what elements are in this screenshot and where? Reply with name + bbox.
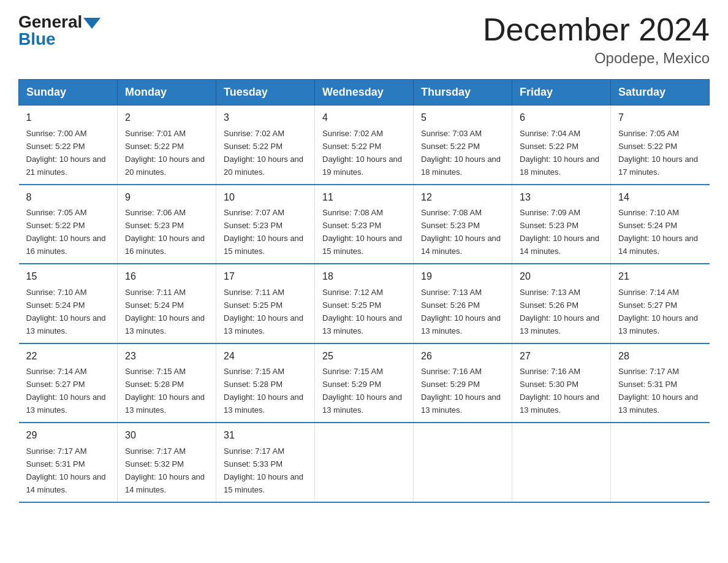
day-number: 1 — [26, 110, 110, 126]
calendar-table: SundayMondayTuesdayWednesdayThursdayFrid… — [18, 79, 710, 502]
day-info: Sunrise: 7:17 AMSunset: 5:33 PMDaylight:… — [224, 446, 303, 494]
day-number: 27 — [520, 349, 603, 364]
header-wednesday: Wednesday — [315, 80, 414, 105]
day-number: 7 — [618, 110, 702, 126]
calendar-cell: 12 Sunrise: 7:08 AMSunset: 5:23 PMDaylig… — [414, 185, 512, 264]
calendar-cell: 13 Sunrise: 7:09 AMSunset: 5:23 PMDaylig… — [512, 185, 611, 264]
day-info: Sunrise: 7:09 AMSunset: 5:23 PMDaylight:… — [520, 208, 599, 256]
day-info: Sunrise: 7:00 AMSunset: 5:22 PMDaylight:… — [26, 129, 106, 177]
day-number: 22 — [26, 349, 110, 364]
day-number: 18 — [322, 269, 406, 285]
day-info: Sunrise: 7:13 AMSunset: 5:26 PMDaylight:… — [421, 288, 501, 335]
day-number: 20 — [520, 269, 603, 285]
day-info: Sunrise: 7:10 AMSunset: 5:24 PMDaylight:… — [618, 208, 698, 256]
day-info: Sunrise: 7:01 AMSunset: 5:22 PMDaylight:… — [125, 129, 205, 177]
day-number: 29 — [26, 428, 110, 443]
day-info: Sunrise: 7:15 AMSunset: 5:28 PMDaylight:… — [224, 367, 303, 415]
header-friday: Friday — [512, 80, 611, 105]
page-header: General Blue December 2024 Opodepe, Mexi… — [18, 12, 710, 67]
calendar-subtitle: Opodepe, Mexico — [483, 50, 710, 67]
day-number: 13 — [520, 190, 603, 205]
calendar-cell: 4 Sunrise: 7:02 AMSunset: 5:22 PMDayligh… — [315, 105, 414, 185]
day-number: 12 — [421, 190, 504, 205]
day-info: Sunrise: 7:14 AMSunset: 5:27 PMDaylight:… — [618, 288, 698, 335]
day-number: 23 — [125, 349, 208, 364]
day-info: Sunrise: 7:13 AMSunset: 5:26 PMDaylight:… — [520, 288, 599, 335]
day-info: Sunrise: 7:16 AMSunset: 5:30 PMDaylight:… — [520, 367, 599, 415]
day-number: 3 — [224, 110, 307, 126]
calendar-cell: 5 Sunrise: 7:03 AMSunset: 5:22 PMDayligh… — [414, 105, 512, 185]
calendar-cell: 18 Sunrise: 7:12 AMSunset: 5:25 PMDaylig… — [315, 264, 414, 343]
calendar-cell — [414, 423, 512, 502]
day-number: 5 — [421, 110, 504, 126]
header-tuesday: Tuesday — [216, 80, 315, 105]
header-monday: Monday — [118, 80, 216, 105]
day-number: 31 — [224, 428, 307, 443]
day-number: 28 — [618, 349, 702, 364]
day-info: Sunrise: 7:03 AMSunset: 5:22 PMDaylight:… — [421, 129, 501, 177]
calendar-cell: 24 Sunrise: 7:15 AMSunset: 5:28 PMDaylig… — [216, 343, 315, 423]
day-info: Sunrise: 7:11 AMSunset: 5:25 PMDaylight:… — [224, 288, 303, 335]
logo-arrow-icon — [83, 18, 100, 29]
day-number: 15 — [26, 269, 110, 285]
day-number: 16 — [125, 269, 208, 285]
day-info: Sunrise: 7:17 AMSunset: 5:32 PMDaylight:… — [125, 446, 205, 494]
day-info: Sunrise: 7:17 AMSunset: 5:31 PMDaylight:… — [618, 367, 698, 415]
calendar-week-row: 29 Sunrise: 7:17 AMSunset: 5:31 PMDaylig… — [19, 423, 710, 502]
day-number: 2 — [125, 110, 208, 126]
calendar-cell: 9 Sunrise: 7:06 AMSunset: 5:23 PMDayligh… — [118, 185, 216, 264]
day-info: Sunrise: 7:10 AMSunset: 5:24 PMDaylight:… — [26, 288, 106, 335]
calendar-cell: 10 Sunrise: 7:07 AMSunset: 5:23 PMDaylig… — [216, 185, 315, 264]
calendar-week-row: 1 Sunrise: 7:00 AMSunset: 5:22 PMDayligh… — [19, 105, 710, 185]
day-number: 8 — [26, 190, 110, 205]
day-info: Sunrise: 7:08 AMSunset: 5:23 PMDaylight:… — [421, 208, 501, 256]
calendar-header: SundayMondayTuesdayWednesdayThursdayFrid… — [19, 80, 710, 105]
logo-blue-text: Blue — [18, 29, 56, 49]
day-info: Sunrise: 7:08 AMSunset: 5:23 PMDaylight:… — [322, 208, 402, 256]
calendar-cell: 20 Sunrise: 7:13 AMSunset: 5:26 PMDaylig… — [512, 264, 611, 343]
day-number: 19 — [421, 269, 504, 285]
calendar-cell — [611, 423, 710, 502]
calendar-cell: 28 Sunrise: 7:17 AMSunset: 5:31 PMDaylig… — [611, 343, 710, 423]
calendar-cell: 29 Sunrise: 7:17 AMSunset: 5:31 PMDaylig… — [19, 423, 118, 502]
calendar-week-row: 22 Sunrise: 7:14 AMSunset: 5:27 PMDaylig… — [19, 343, 710, 423]
day-info: Sunrise: 7:02 AMSunset: 5:22 PMDaylight:… — [224, 129, 303, 177]
calendar-cell: 30 Sunrise: 7:17 AMSunset: 5:32 PMDaylig… — [118, 423, 216, 502]
calendar-week-row: 15 Sunrise: 7:10 AMSunset: 5:24 PMDaylig… — [19, 264, 710, 343]
header-saturday: Saturday — [611, 80, 710, 105]
logo: General Blue — [18, 12, 100, 49]
day-info: Sunrise: 7:16 AMSunset: 5:29 PMDaylight:… — [421, 367, 501, 415]
day-number: 11 — [322, 190, 406, 205]
day-info: Sunrise: 7:07 AMSunset: 5:23 PMDaylight:… — [224, 208, 303, 256]
calendar-cell: 1 Sunrise: 7:00 AMSunset: 5:22 PMDayligh… — [19, 105, 118, 185]
calendar-cell: 22 Sunrise: 7:14 AMSunset: 5:27 PMDaylig… — [19, 343, 118, 423]
calendar-cell: 7 Sunrise: 7:05 AMSunset: 5:22 PMDayligh… — [611, 105, 710, 185]
calendar-cell: 23 Sunrise: 7:15 AMSunset: 5:28 PMDaylig… — [118, 343, 216, 423]
calendar-cell: 25 Sunrise: 7:15 AMSunset: 5:29 PMDaylig… — [315, 343, 414, 423]
calendar-cell: 27 Sunrise: 7:16 AMSunset: 5:30 PMDaylig… — [512, 343, 611, 423]
day-number: 14 — [618, 190, 702, 205]
day-info: Sunrise: 7:05 AMSunset: 5:22 PMDaylight:… — [618, 129, 698, 177]
day-info: Sunrise: 7:11 AMSunset: 5:24 PMDaylight:… — [125, 288, 205, 335]
day-info: Sunrise: 7:02 AMSunset: 5:22 PMDaylight:… — [322, 129, 402, 177]
day-info: Sunrise: 7:15 AMSunset: 5:29 PMDaylight:… — [322, 367, 402, 415]
day-info: Sunrise: 7:05 AMSunset: 5:22 PMDaylight:… — [26, 208, 106, 256]
calendar-cell: 26 Sunrise: 7:16 AMSunset: 5:29 PMDaylig… — [414, 343, 512, 423]
day-number: 30 — [125, 428, 208, 443]
day-info: Sunrise: 7:14 AMSunset: 5:27 PMDaylight:… — [26, 367, 106, 415]
day-info: Sunrise: 7:04 AMSunset: 5:22 PMDaylight:… — [520, 129, 599, 177]
header-thursday: Thursday — [414, 80, 512, 105]
calendar-cell: 8 Sunrise: 7:05 AMSunset: 5:22 PMDayligh… — [19, 185, 118, 264]
calendar-cell: 19 Sunrise: 7:13 AMSunset: 5:26 PMDaylig… — [414, 264, 512, 343]
calendar-cell: 21 Sunrise: 7:14 AMSunset: 5:27 PMDaylig… — [611, 264, 710, 343]
calendar-cell: 16 Sunrise: 7:11 AMSunset: 5:24 PMDaylig… — [118, 264, 216, 343]
calendar-cell: 11 Sunrise: 7:08 AMSunset: 5:23 PMDaylig… — [315, 185, 414, 264]
title-block: December 2024 Opodepe, Mexico — [483, 12, 710, 67]
day-number: 25 — [322, 349, 406, 364]
calendar-cell: 17 Sunrise: 7:11 AMSunset: 5:25 PMDaylig… — [216, 264, 315, 343]
day-info: Sunrise: 7:06 AMSunset: 5:23 PMDaylight:… — [125, 208, 205, 256]
day-number: 24 — [224, 349, 307, 364]
calendar-cell: 2 Sunrise: 7:01 AMSunset: 5:22 PMDayligh… — [118, 105, 216, 185]
calendar-cell — [512, 423, 611, 502]
day-info: Sunrise: 7:17 AMSunset: 5:31 PMDaylight:… — [26, 446, 106, 494]
